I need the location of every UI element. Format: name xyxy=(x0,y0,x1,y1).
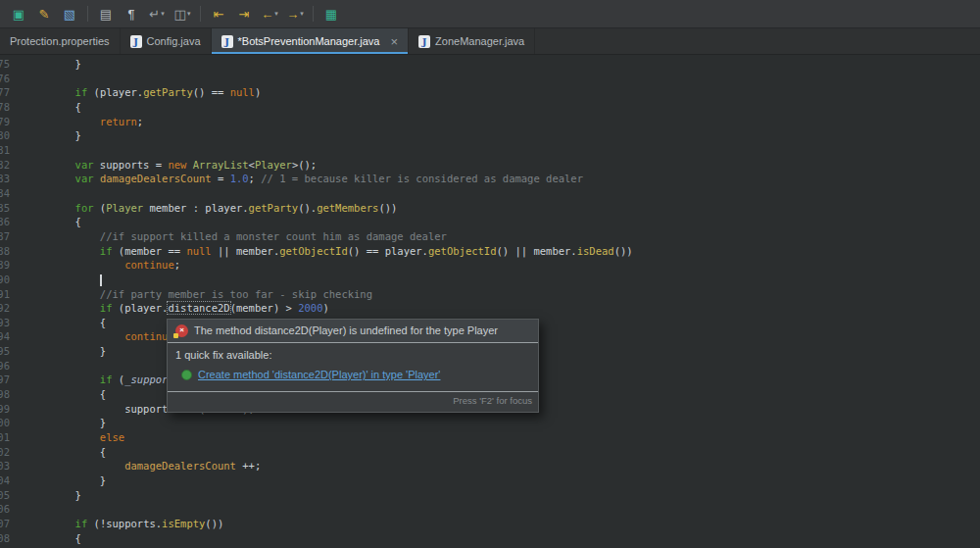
code-line[interactable]: if (member == null || member.getObjectId… xyxy=(25,244,980,259)
line-number[interactable]: 101 xyxy=(0,430,10,445)
code-token: new xyxy=(168,159,186,171)
code-token: isEmpty xyxy=(162,518,205,529)
line-number[interactable]: 91 xyxy=(0,287,10,302)
line-number[interactable]: 77 xyxy=(0,85,10,100)
tab-protection-properties[interactable]: Protection.properties xyxy=(0,28,121,54)
line-number[interactable]: 105 xyxy=(0,488,10,503)
code-token: ()) xyxy=(205,518,223,529)
line-number[interactable]: 99 xyxy=(0,402,10,417)
code-line[interactable]: damageDealersCount ++; xyxy=(25,459,980,473)
print-icon[interactable]: ▤ xyxy=(93,3,119,25)
line-number[interactable]: 86 xyxy=(0,215,10,229)
line-number[interactable]: 80 xyxy=(0,128,10,143)
code-line[interactable]: else xyxy=(25,430,980,445)
line-number[interactable]: 88 xyxy=(0,244,10,259)
code-token xyxy=(25,173,75,184)
code-token: ) xyxy=(322,302,328,314)
code-line[interactable] xyxy=(25,273,980,287)
code-line[interactable] xyxy=(25,72,980,86)
code-line[interactable]: { xyxy=(25,215,980,229)
code-line[interactable]: { xyxy=(25,100,980,115)
code-token: var xyxy=(75,173,94,184)
line-number[interactable]: 103 xyxy=(0,459,10,473)
show-whitespace-icon[interactable]: ¶ xyxy=(119,3,144,25)
line-number[interactable]: 102 xyxy=(0,445,10,460)
back-icon[interactable]: ←▾ xyxy=(257,3,282,25)
tab-close-icon[interactable]: × xyxy=(390,35,398,48)
code-token: } xyxy=(25,58,81,70)
quickfix-row[interactable]: Create method 'distance2D(Player)' in ty… xyxy=(175,366,530,391)
code-token: getObjectId xyxy=(279,245,348,257)
code-line[interactable]: //if support killed a monster count him … xyxy=(25,229,980,244)
code-token: (player. xyxy=(113,302,169,314)
tab-zone-manager-java[interactable]: JZoneManager.java xyxy=(409,28,535,54)
code-editor[interactable]: 7576777879808182838485868788899091929394… xyxy=(0,55,980,548)
line-number[interactable]: 107 xyxy=(0,517,10,531)
code-token: supports. xyxy=(25,403,180,415)
line-number[interactable]: 100 xyxy=(0,416,10,430)
code-line[interactable]: var damageDealersCount = 1.0; // 1 = bec… xyxy=(25,172,980,186)
line-number[interactable]: 75 xyxy=(0,57,10,72)
line-number[interactable]: 82 xyxy=(0,158,10,173)
quickfix-link[interactable]: Create method 'distance2D(Player)' in ty… xyxy=(198,368,440,382)
line-number[interactable]: 108 xyxy=(0,531,10,546)
code-token: } xyxy=(25,345,106,357)
dropdown-arrow-icon: ▾ xyxy=(274,10,278,18)
line-number[interactable]: 78 xyxy=(0,100,10,115)
line-number[interactable]: 98 xyxy=(0,387,10,402)
line-delimiter-icon[interactable]: ↵▾ xyxy=(144,3,170,25)
forward-icon[interactable]: →▾ xyxy=(282,3,308,25)
next-edit-icon[interactable]: ⇥ xyxy=(231,3,257,25)
line-number[interactable]: 90 xyxy=(0,273,10,287)
image-icon[interactable]: ▦ xyxy=(318,3,344,25)
line-number[interactable]: 104 xyxy=(0,473,10,488)
line-number[interactable]: 89 xyxy=(0,258,10,273)
code-line[interactable]: continue; xyxy=(25,258,980,273)
code-line[interactable]: return; xyxy=(25,115,980,129)
code-line[interactable]: { xyxy=(25,445,980,460)
console-icon[interactable]: ▣ xyxy=(6,3,31,25)
previous-edit-icon[interactable]: ⇤ xyxy=(206,3,231,25)
quickfix-bullet-icon xyxy=(181,370,192,380)
line-number[interactable]: 83 xyxy=(0,172,10,186)
line-number[interactable]: 95 xyxy=(0,344,10,359)
code-line[interactable]: } xyxy=(25,416,980,430)
code-line[interactable]: } xyxy=(25,57,980,72)
line-number[interactable]: 97 xyxy=(0,373,10,387)
code-line[interactable]: for (Player member : player.getParty().g… xyxy=(25,201,980,216)
code-line[interactable]: var supports = new ArrayList<Player>(); xyxy=(25,158,980,173)
line-number[interactable]: 92 xyxy=(0,301,10,316)
code-token: } xyxy=(25,417,106,428)
code-line[interactable] xyxy=(25,143,980,158)
dropdown-arrow-icon: ▾ xyxy=(187,10,191,18)
code-line[interactable]: { xyxy=(25,531,980,546)
line-number[interactable]: 81 xyxy=(0,143,10,158)
code-token: damageDealersCount xyxy=(100,173,212,184)
line-number[interactable]: 106 xyxy=(0,502,10,517)
code-line[interactable]: } xyxy=(25,473,980,488)
code-line[interactable]: if (!supports.isEmpty()) xyxy=(25,517,980,531)
line-number[interactable]: 84 xyxy=(0,186,10,201)
code-line[interactable]: if (player.getParty() == null) xyxy=(25,85,980,100)
line-number[interactable]: 85 xyxy=(0,201,10,216)
code-line[interactable]: } xyxy=(25,488,980,503)
code-line[interactable] xyxy=(25,502,980,517)
line-number[interactable]: 94 xyxy=(0,329,10,344)
line-number[interactable]: 87 xyxy=(0,229,10,244)
code-line[interactable]: //if party member is too far - skip chec… xyxy=(25,287,980,302)
annotation-toggle-icon[interactable]: ◫▾ xyxy=(170,3,195,25)
line-number[interactable]: 93 xyxy=(0,316,10,330)
code-token: Player xyxy=(255,159,292,171)
code-line[interactable] xyxy=(25,186,980,201)
tab-config-java[interactable]: JConfig.java xyxy=(121,28,212,54)
tab-bots-prevention-manager-java[interactable]: J*BotsPreventionManager.java× xyxy=(212,28,410,54)
line-number[interactable]: 76 xyxy=(0,72,10,86)
code-line[interactable]: if (player.distance2D(member) > 2000) xyxy=(25,301,980,316)
code-area[interactable]: } if (player.getParty() == null) { retur… xyxy=(25,57,980,548)
line-number[interactable]: 79 xyxy=(0,115,10,129)
edit-icon[interactable]: ✎ xyxy=(31,3,57,25)
open-window-icon[interactable]: ▧ xyxy=(57,3,82,25)
code-line[interactable]: } xyxy=(25,128,980,143)
code-token: () == xyxy=(193,86,230,98)
line-number[interactable]: 96 xyxy=(0,359,10,374)
